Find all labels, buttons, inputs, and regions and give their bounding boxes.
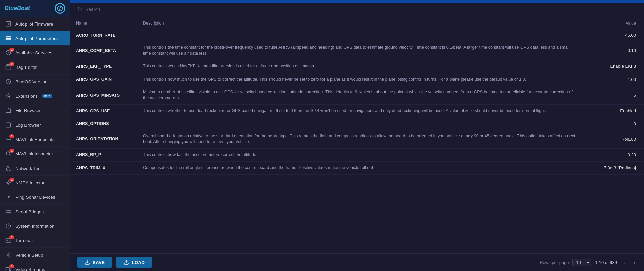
param-value: Enable EKF3 [584,60,644,73]
pagination-next-button[interactable]: › [631,258,637,267]
svg-point-11 [6,152,10,155]
param-description: This controls how fast the accelerometer… [138,148,584,162]
pagination-info: 1-10 of 989 [595,260,617,265]
sidebar-item-label: Log Browser [15,123,41,128]
bag-badge: 2 [9,62,14,66]
pagination-prev-button[interactable]: ‹ [621,258,627,267]
extensions-beta-badge: Beta [42,94,52,98]
svg-point-9 [6,139,7,140]
search-bar [70,3,644,16]
sidebar-item-network-test[interactable]: Network Test [0,161,70,176]
sidebar-item-autopilot-firmware[interactable]: Autopilot Firmware [0,17,70,31]
sidebar-item-video-streams[interactable]: Video Streams 2 [0,262,70,271]
col-header-description: Description [138,17,584,29]
sysinfo-icon [5,222,12,230]
sidebar-item-label: Available Services [15,50,52,55]
sidebar-item-ping-sonar-devices[interactable]: Ping Sonar Devices [0,190,70,205]
param-name: AHRS_ORIENTATION [70,130,138,148]
sidebar-item-serial-bridges[interactable]: Serial Bridges [0,205,70,219]
save-icon [85,260,90,265]
version-icon [5,78,12,85]
sidebar-item-label: Video Streams [15,267,45,271]
param-description: This controls which NavEKF Kalman filter… [138,60,584,73]
params-table-container: Name Description Value ACRO_TURN_RATE 45… [70,17,644,253]
sidebar-item-log-browser[interactable]: Log Browser [0,118,70,132]
sidebar-item-label: Bag Editor [15,65,37,70]
sidebar-item-bag-editor[interactable]: Bag Editor 2 [0,60,70,75]
sonar-icon [5,193,12,201]
save-button[interactable]: SAVE [77,257,112,268]
sidebar-item-label: Ping Sonar Devices [15,195,55,200]
sidebar-item-mavlink-endpoints[interactable]: MAVLink Endpoints 2 [0,132,70,147]
svg-point-20 [8,254,9,256]
col-header-name: Name [70,17,138,29]
sidebar-item-mavlink-inspector[interactable]: MAVLink Inspector 2 [0,147,70,161]
param-name: AHRS_TRIM_X [70,162,138,175]
param-value: -7.3e-3 [Radians] [584,162,644,175]
sidebar: BlueBoat Autopilot Firmware Autopilot Pa… [0,0,70,271]
svg-point-10 [10,139,11,140]
sidebar-item-label: Vehicle Setup [15,253,43,258]
rows-per-page-select[interactable]: 10 25 50 100 [572,259,591,266]
sidebar-item-file-browser[interactable]: File Browser [0,103,70,118]
svg-point-15 [7,182,9,184]
table-row: AHRS_ORIENTATION Overall board orientati… [70,130,644,148]
param-name: AHRS_COMP_BETA [70,41,138,60]
param-value: 6 [584,86,644,105]
sidebar-item-available-services[interactable]: Available Services 2 [0,46,70,60]
sidebar-item-vehicle-setup[interactable]: Vehicle Setup [0,248,70,262]
param-value: Roll180 [584,130,644,148]
param-name: AHRS_GPS_GAIN [70,73,138,86]
param-description: This controls the time constant for the … [138,41,584,60]
sidebar-item-system-information[interactable]: System Information [0,219,70,233]
sidebar-item-label: Autopilot Firmware [15,21,53,27]
param-name: AHRS_GPS_USE [70,105,138,118]
sidebar-item-label: Serial Bridges [15,209,44,214]
param-description: Overall board orientation relative to th… [138,130,584,148]
serial-icon [5,208,12,215]
app-name: BlueBoat [5,5,30,12]
firmware-icon [5,20,12,28]
col-header-value: Value [584,17,644,29]
param-description: Minimum number of satellites visible to … [138,86,584,105]
sidebar-item-blueos-version[interactable]: BlueOS Version [0,75,70,89]
nmea-badge: 2 [9,178,14,182]
sidebar-item-label: Terminal [15,238,33,243]
svg-rect-6 [6,66,11,70]
search-input[interactable] [85,7,637,12]
load-button[interactable]: LOAD [116,257,152,268]
services-badge: 2 [9,48,14,52]
sidebar-item-autopilot-parameters[interactable]: Autopilot Parameters [0,31,70,46]
sidebar-item-label: Extensions [15,94,38,99]
load-icon [123,260,129,265]
params-table: Name Description Value ACRO_TURN_RATE 45… [70,17,644,175]
sidebar-item-label: BlueOS Version [15,79,47,84]
svg-rect-14 [9,170,11,171]
sidebar-item-label: MAVLink Endpoints [15,137,55,142]
param-description: This controls how much to use the GPS to… [138,73,584,86]
sidebar-item-nmea-injector[interactable]: NMEA Injector 2 [0,176,70,190]
table-row: AHRS_COMP_BETA This controls the time co… [70,41,644,60]
svg-rect-4 [6,39,11,40]
log-icon [5,121,12,129]
svg-rect-13 [6,170,8,171]
mavlink-badge: 2 [9,134,14,138]
param-description [138,118,584,130]
table-row: AHRS_EKF_TYPE This controls which NavEKF… [70,60,644,73]
sidebar-header: BlueBoat [0,0,70,17]
param-value: 45.00 [584,29,644,41]
terminal-badge: 2 [9,235,14,239]
param-value: 0.10 [584,41,644,60]
rows-per-page-label: Rows per page: [540,260,570,265]
table-row: AHRS_GPS_GAIN This controls how much to … [70,73,644,86]
sidebar-item-extensions[interactable]: Extensions Beta [0,89,70,103]
video-badge: 2 [9,264,14,268]
table-row: AHRS_RP_P This controls how fast the acc… [70,148,644,162]
sidebar-item-terminal[interactable]: Terminal 2 [0,233,70,248]
content-area: Name Description Value ACRO_TURN_RATE 45… [70,3,644,271]
inspector-badge: 2 [9,149,14,153]
param-description: Compensates for the roll angle differenc… [138,162,584,175]
top-accent-bar [70,0,644,3]
main-content: Name Description Value ACRO_TURN_RATE 45… [70,0,644,271]
table-row: AHRS_GPS_USE This controls whether to us… [70,105,644,118]
